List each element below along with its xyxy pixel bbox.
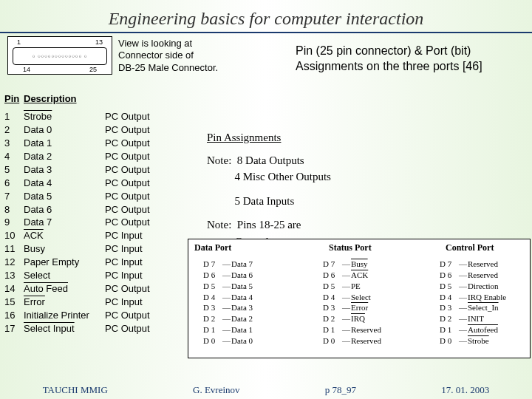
- pin-label-14: 14: [23, 66, 30, 73]
- pin-description-table: Pin Description 1StrobePC Output2Data 0P…: [4, 92, 164, 335]
- content-area: 1 13 ○ ○○○○○○○○○○○○○ ○ 14 25 View is loo…: [0, 33, 532, 381]
- pin-row: 8Data 6PC Output: [4, 203, 164, 216]
- port-bit-row: D 3—Error: [323, 302, 381, 313]
- port-bit-row: D 0—Reserved: [323, 335, 381, 347]
- port-bit-row: D 5—Data 5: [203, 281, 253, 292]
- port-bit-row: D 4—Data 4: [203, 292, 253, 303]
- pin-row: 1StrobePC Output: [4, 110, 164, 123]
- pin-row: 16Initialize PrinterPC Output: [4, 309, 164, 322]
- port-bit-row: D 1—Autofeed: [440, 324, 506, 335]
- status-port-header: Status Port: [329, 242, 372, 253]
- footer-date: 17. 01. 2003: [441, 384, 489, 396]
- port-bit-row: D 7—Reserved: [440, 259, 506, 270]
- assign-n4: Note: Pins 18-25 are: [207, 216, 331, 233]
- view-note: View is looking at Connector side of DB-…: [118, 38, 218, 74]
- data-port-header: Data Port: [194, 242, 231, 253]
- pin-row: 15ErrorPC Input: [4, 296, 164, 309]
- port-bit-row: D 1—Reserved: [323, 324, 381, 335]
- port-bit-row: D 5—Direction: [440, 281, 506, 292]
- footer: TAUCHI MMIG G. Evreinov p 78_97 17. 01. …: [0, 384, 532, 396]
- pin-row: 13SelectPC Input: [4, 269, 164, 282]
- control-port-header: Control Port: [446, 242, 494, 253]
- port-bit-row: D 2—INIT: [440, 313, 506, 324]
- pin-label-1: 1: [17, 38, 21, 46]
- pin-row: 2Data 0PC Output: [4, 123, 164, 137]
- port-bit-row: D 7—Busy: [323, 259, 381, 270]
- port-bit-row: D 2—Data 2: [203, 313, 253, 324]
- port-bit-row: D 7—Data 7: [203, 259, 253, 270]
- port-bit-row: D 5—PE: [323, 281, 381, 292]
- pin-label-13: 13: [95, 38, 103, 46]
- pin-row: 7Data 5PC Output: [4, 190, 164, 203]
- pin-row: 12Paper EmptyPC Input: [4, 256, 164, 269]
- pin-table-header-desc: Description: [24, 92, 105, 106]
- port-bit-row: D 6—ACK: [323, 270, 381, 281]
- port-bit-row: D 2—IRQ: [323, 313, 381, 324]
- slide-title: Engineering basics for computer interact…: [0, 0, 532, 33]
- pin-row: 4Data 2PC Output: [4, 150, 164, 163]
- pin-row: 14Auto FeedPC Output: [4, 282, 164, 296]
- port-bit-row: D 4—IRQ Enable: [440, 292, 506, 303]
- port-bit-row: D 1—Data 1: [203, 324, 253, 335]
- pin-row: 17Select InputPC Output: [4, 322, 164, 335]
- pin-label-25: 25: [89, 66, 97, 73]
- port-bit-row: D 6—Data 6: [203, 270, 253, 281]
- pin-row: 10ACKPC Input: [4, 229, 164, 242]
- pin-row: 9Data 7PC Output: [4, 216, 164, 229]
- footer-author: G. Evreinov: [193, 384, 240, 396]
- control-port-col: D 7—ReservedD 6—ReservedD 5—DirectionD 4…: [440, 259, 506, 347]
- port-bit-row: D 0—Strobe: [440, 335, 506, 347]
- assign-n1: Note: 8 Data Outputs: [207, 152, 331, 169]
- pin-row: 6Data 4PC Output: [4, 177, 164, 190]
- ports-panel: Data Port Status Port Control Port D 7—D…: [188, 239, 531, 358]
- assign-n3: 5 Data Inputs: [207, 193, 331, 210]
- port-bit-row: D 3—Select_In: [440, 302, 506, 313]
- port-bit-row: D 0—Data 0: [203, 335, 253, 347]
- db25-connector-diagram: 1 13 ○ ○○○○○○○○○○○○○ ○ 14 25: [7, 36, 112, 75]
- pin-table-header-pin: Pin: [4, 92, 24, 106]
- port-bit-row: D 3—Data 3: [203, 302, 253, 313]
- assign-title: Pin Assignments: [207, 129, 331, 146]
- assign-n2: 4 Misc Other Outputs: [207, 168, 331, 185]
- connector-outline: ○ ○○○○○○○○○○○○○ ○: [13, 47, 107, 65]
- port-bit-row: D 4—Select: [323, 292, 381, 303]
- footer-source: TAUCHI MMIG: [43, 384, 108, 396]
- subtitle: Pin (25 pin connector) & Port (bit) Assi…: [296, 44, 482, 75]
- pin-row: 5Data 3PC Output: [4, 163, 164, 177]
- pin-row: 3Data 1PC Output: [4, 137, 164, 150]
- footer-page: p 78_97: [325, 384, 356, 396]
- port-bit-row: D 6—Reserved: [440, 270, 506, 281]
- status-port-col: D 7—BusyD 6—ACKD 5—PED 4—SelectD 3—Error…: [323, 259, 381, 347]
- pin-row: 11BusyPC Input: [4, 242, 164, 256]
- pin-assignments-notes: Pin Assignments Note: 8 Data Outputs 4 M…: [207, 129, 331, 250]
- data-port-col: D 7—Data 7D 6—Data 6D 5—Data 5D 4—Data 4…: [203, 259, 253, 347]
